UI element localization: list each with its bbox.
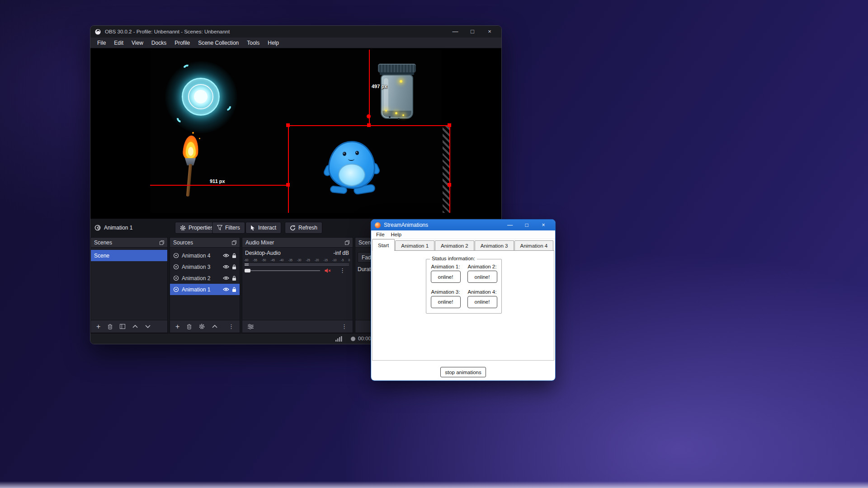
animation-2-status-button[interactable]: online! [467, 271, 497, 283]
audio-mixer-title: Audio Mixer [245, 239, 274, 246]
record-indicator-icon [351, 337, 355, 341]
tab-start[interactable]: Start [372, 239, 395, 251]
refresh-label: Refresh [298, 225, 317, 231]
obs-menubar: File Edit View Docks Profile Scene Colle… [90, 38, 501, 48]
animation-2-label: Animation 2: [468, 264, 497, 269]
selection-handle-top-left[interactable] [286, 123, 290, 127]
tab-animation-3[interactable]: Animation 3 [475, 240, 514, 250]
scene-filters-button[interactable] [120, 324, 125, 329]
selection-handle-mid-left[interactable] [286, 183, 290, 187]
popout-icon[interactable] [345, 240, 349, 245]
sa-titlebar[interactable]: StreamAnimations — □ × [371, 220, 555, 230]
interact-label: Interact [258, 225, 276, 231]
sources-menu-button[interactable]: ⋮ [228, 323, 234, 330]
blob-character-source[interactable] [326, 141, 379, 198]
properties-label: Properties [189, 225, 213, 231]
interact-button[interactable]: Interact [245, 222, 281, 234]
current-source-indicator: Animation 1 [94, 222, 132, 234]
sa-menu-help[interactable]: Help [388, 232, 405, 237]
source-row-animation-1[interactable]: Animation 1 [170, 284, 240, 295]
menu-item-profile[interactable]: Profile [170, 40, 194, 46]
mixer-settings-icon[interactable] [248, 324, 254, 329]
popout-icon[interactable] [160, 240, 164, 245]
animation-4-status-button[interactable]: online! [467, 296, 497, 308]
mixer-menu-button[interactable]: ⋮ [341, 323, 347, 330]
obs-close-button[interactable]: × [483, 26, 496, 38]
popout-icon[interactable] [232, 240, 236, 245]
remove-source-button[interactable] [187, 324, 192, 329]
cursor-icon [250, 225, 255, 231]
obs-maximize-button[interactable]: □ [466, 26, 479, 38]
menu-item-tools[interactable]: Tools [243, 40, 264, 46]
move-source-up-button[interactable] [212, 325, 217, 328]
audio-options-button[interactable]: ⋮ [340, 267, 345, 274]
animation-1-status-button[interactable]: online! [431, 271, 461, 283]
tab-animation-4[interactable]: Animation 4 [514, 240, 554, 250]
obs-titlebar[interactable]: OBS 30.0.2 - Profile: Unbenannt - Scenes… [90, 26, 501, 38]
sa-menu-file[interactable]: File [373, 232, 388, 237]
stop-animations-button[interactable]: stop animations [440, 367, 486, 377]
source-row-animation-4[interactable]: Animation 4 [170, 250, 240, 261]
lock-icon[interactable] [232, 253, 236, 258]
obs-window-title: OBS 30.0.2 - Profile: Unbenannt - Scenes… [105, 29, 230, 34]
source-label: Animation 3 [182, 264, 220, 270]
scene-item-label: Scene [94, 253, 109, 259]
selection-handle-top-center[interactable] [367, 123, 371, 127]
obs-minimize-button[interactable]: — [448, 26, 462, 38]
source-row-animation-3[interactable]: Animation 3 [170, 261, 240, 272]
add-scene-button[interactable]: + [96, 324, 100, 329]
move-scene-down-button[interactable] [145, 325, 151, 328]
menu-item-scene-collection[interactable]: Scene Collection [194, 40, 243, 46]
add-source-button[interactable]: + [175, 324, 179, 329]
source-label: Animation 2 [182, 275, 220, 282]
source-label: Animation 4 [182, 253, 220, 259]
sa-maximize-button[interactable]: □ [524, 220, 530, 230]
media-source-icon [173, 286, 179, 292]
muted-speaker-icon[interactable] [325, 268, 331, 273]
move-scene-up-button[interactable] [132, 325, 138, 328]
eye-icon[interactable] [223, 276, 229, 280]
menu-item-docks[interactable]: Docks [147, 40, 170, 46]
status-information-group: Status information: Animation 1: online!… [426, 259, 502, 314]
menu-item-help[interactable]: Help [264, 40, 283, 46]
magic-orb-source[interactable] [165, 61, 237, 133]
selection-handle-mid-right[interactable] [448, 183, 451, 187]
eye-icon[interactable] [223, 253, 229, 258]
sa-window-title: StreamAnimations [384, 222, 428, 228]
media-source-icon [94, 225, 101, 231]
source-label: Animation 1 [182, 286, 220, 293]
sa-menubar: File Help [371, 230, 555, 239]
volume-slider-knob[interactable] [245, 269, 250, 272]
menu-item-view[interactable]: View [127, 40, 147, 46]
menu-item-file[interactable]: File [93, 40, 110, 46]
menu-item-edit[interactable]: Edit [110, 40, 127, 46]
animation-3-status-button[interactable]: online! [431, 296, 461, 308]
current-source-label: Animation 1 [104, 225, 132, 231]
lock-icon[interactable] [232, 264, 236, 270]
sa-close-button[interactable]: × [540, 220, 547, 230]
lock-icon[interactable] [232, 276, 236, 281]
group-title: Status information: [430, 256, 477, 261]
filters-button[interactable]: Filters [212, 222, 245, 234]
media-source-icon [173, 275, 179, 281]
torch-source[interactable] [179, 132, 206, 202]
lock-icon[interactable] [232, 287, 236, 292]
scene-item[interactable]: Scene [91, 250, 167, 261]
refresh-button[interactable]: Refresh [285, 222, 322, 234]
selection-handle-top-right[interactable] [448, 123, 451, 127]
filters-label: Filters [225, 225, 240, 231]
sa-minimize-button[interactable]: — [507, 220, 513, 230]
eye-icon[interactable] [223, 287, 229, 291]
tab-animation-2[interactable]: Animation 2 [435, 240, 474, 250]
selection-rotation-handle[interactable] [367, 114, 371, 118]
source-row-animation-2[interactable]: Animation 2 [170, 272, 240, 284]
sources-dock-title: Sources [173, 239, 193, 246]
source-properties-button[interactable] [199, 324, 205, 329]
remove-scene-button[interactable] [108, 324, 113, 329]
sa-tab-pane: Status information: Animation 1: online!… [372, 251, 554, 361]
firefly-jar-source[interactable] [375, 62, 419, 122]
sa-tab-bar: Start Animation 1 Animation 2 Animation … [372, 239, 554, 251]
eye-icon[interactable] [223, 265, 229, 269]
tab-animation-1[interactable]: Animation 1 [395, 240, 434, 250]
horizontal-measure-label: 911 px [210, 178, 225, 184]
